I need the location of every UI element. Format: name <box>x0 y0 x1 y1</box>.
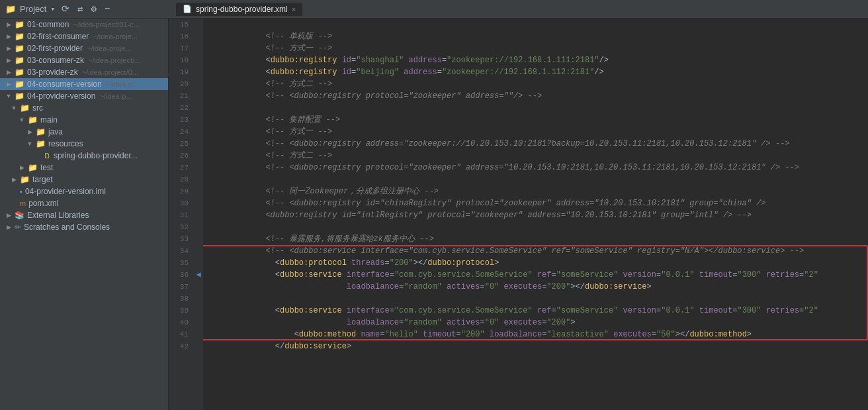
sidebar-item-external-libraries[interactable]: ▶ 📚 External Libraries <box>0 209 168 221</box>
gutter-mark-35[interactable] <box>194 78 203 90</box>
sidebar-item-path: ~/idea-project/0... <box>82 68 138 76</box>
gutter-mark-37[interactable] <box>194 281 203 293</box>
expand-arrow: ▶ <box>5 45 12 52</box>
sidebar-item-src[interactable]: ▼ 📁 src <box>0 102 168 114</box>
code-editor[interactable]: 15 16 17 18 19 20 21 22 23 24 25 26 27 2… <box>169 19 868 410</box>
sync-icon[interactable]: ⟳ <box>62 3 69 15</box>
sidebar-item-target[interactable]: ▶ 📁 target <box>0 174 168 185</box>
tab-spring-dubbo-provider[interactable]: 📄 spring-dubbo-provider.xml × <box>176 3 302 16</box>
sidebar-item-resources[interactable]: ▼ 📁 resources <box>0 138 168 150</box>
code-line-30: <dubbo:registry id="intlRegistry" protoc… <box>203 197 868 209</box>
gutter-mark-35[interactable] <box>194 150 203 162</box>
folder-icon: 📁 <box>15 68 24 77</box>
line-num-24: 24 <box>169 126 194 138</box>
sidebar-item-spring-dubbo-provider[interactable]: 🗋 spring-dubbo-provider... <box>0 150 168 162</box>
expand-arrow: ▶ <box>19 164 25 171</box>
sidebar-item-pom[interactable]: m pom.xml <box>0 197 168 209</box>
sidebar-item-iml[interactable]: ▪ 04-provider-version.iml <box>0 185 168 197</box>
sidebar-item-label: test <box>40 163 53 172</box>
gutter-mark-35[interactable] <box>194 209 203 221</box>
gutter-mark-35[interactable] <box>194 221 203 233</box>
line-num-30: 30 <box>169 197 194 209</box>
gutter-mark-42[interactable] <box>194 340 203 352</box>
gutter-mark-35[interactable] <box>194 138 203 150</box>
gutter-mark-35[interactable] <box>194 30 203 42</box>
gutter-mark-35[interactable] <box>194 197 203 209</box>
line-num-35: 35 <box>169 257 194 269</box>
external-lib-icon: 📚 <box>15 211 24 220</box>
iml-icon: ▪ <box>20 187 22 195</box>
gutter-mark-40[interactable] <box>194 317 203 329</box>
gutter-mark-35[interactable] <box>194 54 203 66</box>
sidebar-item-main[interactable]: ▼ 📁 main <box>0 114 168 126</box>
sidebar-item-label: src <box>32 103 43 113</box>
gutter-mark-35[interactable] <box>194 126 203 138</box>
gutter-mark-35[interactable] <box>194 66 203 78</box>
sidebar-item-label: External Libraries <box>27 211 89 220</box>
gutter-mark-36[interactable]: ◀ <box>194 269 203 281</box>
main-content: ▶ 📁 01-common ~/idea-project/01-c... ▶ 📁… <box>0 19 868 410</box>
line-num-17: 17 <box>169 42 194 54</box>
sidebar-item-label: 04-provider-version.iml <box>25 187 106 196</box>
gutter-mark-35[interactable] <box>194 42 203 54</box>
sidebar-item-label: 03-consumer-zk <box>27 56 84 65</box>
sidebar: ▶ 📁 01-common ~/idea-project/01-c... ▶ 📁… <box>0 19 169 410</box>
tab-filename: spring-dubbo-provider.xml <box>196 5 288 14</box>
gutter-mark-35[interactable] <box>194 102 203 114</box>
tab-close-button[interactable]: × <box>292 5 296 13</box>
gutter-mark-41[interactable] <box>194 329 203 340</box>
gutter-mark-35[interactable] <box>194 174 203 185</box>
highlighted-block: <dubbo:protocol threads="200"></dubbo:pr… <box>203 245 868 340</box>
gutter-mark-35[interactable] <box>194 162 203 174</box>
sidebar-item-02-first-consumer[interactable]: ▶ 📁 02-first-consumer ~/idea-proje... <box>0 30 168 42</box>
sidebar-item-label: 04-consumer-version <box>27 79 102 89</box>
folder-icon: 📁 <box>15 91 24 101</box>
code-line-31 <box>203 209 868 221</box>
line-num-29: 29 <box>169 185 194 197</box>
line-num-41: 41 <box>169 329 194 340</box>
expand-arrow: ▶ <box>26 128 33 135</box>
line-num-19: 19 <box>169 66 194 78</box>
expand-arrow: ▶ <box>5 21 12 28</box>
line-num-25: 25 <box>169 138 194 150</box>
line-num-18: 18 <box>169 54 194 66</box>
line-num-20: 20 <box>169 78 194 90</box>
gutter-mark-35[interactable] <box>194 19 203 30</box>
gutter-mark-35[interactable] <box>194 185 203 197</box>
project-label[interactable]: Project <box>20 4 46 14</box>
line-num-32: 32 <box>169 221 194 233</box>
folder-icon: 📁 <box>15 79 24 89</box>
expand-arrow: ▶ <box>11 176 17 183</box>
sidebar-item-label: 02-first-consumer <box>27 32 89 41</box>
sidebar-item-test[interactable]: ▶ 📁 test <box>0 162 168 174</box>
sidebar-item-04-consumer-version[interactable]: ▶ 📁 04-consumer-version ~/idea-p... <box>0 78 168 90</box>
sidebar-item-label: 04-provider-version <box>27 91 95 101</box>
sidebar-item-java[interactable]: ▶ 📁 java <box>0 126 168 138</box>
sidebar-item-label: java <box>48 127 63 136</box>
gutter-mark-35[interactable] <box>194 114 203 126</box>
sidebar-item-04-provider-version[interactable]: ▼ 📁 04-provider-version ~/idea-p... <box>0 90 168 102</box>
project-folder-icon: 📁 <box>5 4 16 15</box>
gutter-mark-38[interactable] <box>194 293 203 305</box>
gutter-mark-35[interactable] <box>194 257 203 269</box>
sidebar-item-scratches-and-consoles[interactable]: ▶ ✏ Scratches and Consoles <box>0 221 168 233</box>
tab-bar: 📄 spring-dubbo-provider.xml × <box>176 3 302 16</box>
gutter-mark-35[interactable] <box>194 90 203 102</box>
project-dropdown-arrow[interactable]: ▾ <box>50 5 55 13</box>
settings-icon[interactable]: ⚙ <box>91 3 97 15</box>
gutter-mark-39[interactable] <box>194 305 203 317</box>
code-line-22: <!-- 集群配置 --> <box>203 102 868 114</box>
sidebar-item-03-consumer-zk[interactable]: ▶ 📁 03-consumer-zk ~/idea-project/... <box>0 54 168 66</box>
split-icon[interactable]: ⇄ <box>77 3 83 15</box>
line-num-39: 39 <box>169 305 194 317</box>
gutter-mark-35[interactable] <box>194 233 203 245</box>
folder-icon: 📁 <box>28 163 38 172</box>
sidebar-item-01-common[interactable]: ▶ 📁 01-common ~/idea-project/01-c... <box>0 19 168 30</box>
minimize-icon[interactable]: − <box>105 3 110 15</box>
gutter-mark-35[interactable] <box>194 245 203 257</box>
code-content[interactable]: <!-- 单机版 --> <!-- 方式一 --> <dubbo:registr… <box>203 19 868 410</box>
folder-icon: 📁 <box>20 103 30 113</box>
line-num-26: 26 <box>169 150 194 162</box>
sidebar-item-02-first-provider[interactable]: ▶ 📁 02-first-provider ~/idea-proje... <box>0 42 168 54</box>
sidebar-item-03-provider-zk[interactable]: ▶ 📁 03-provider-zk ~/idea-project/0... <box>0 66 168 78</box>
